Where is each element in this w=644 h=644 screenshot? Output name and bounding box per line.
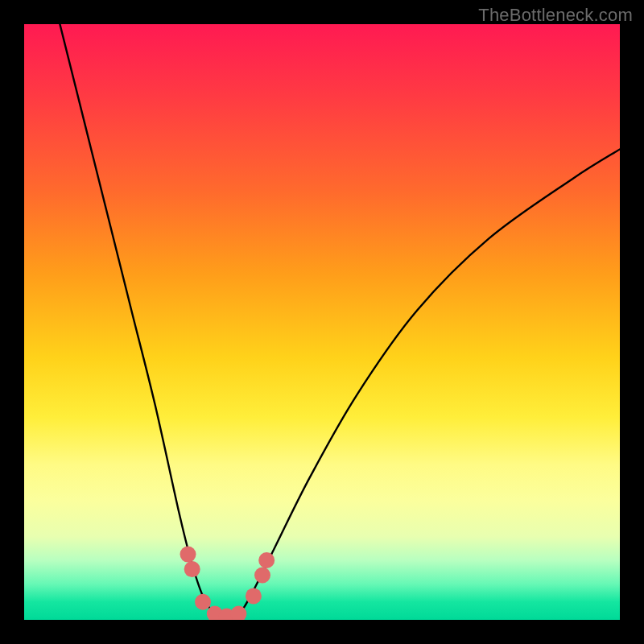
plot-area bbox=[24, 24, 620, 620]
chart-frame: TheBottleneck.com bbox=[0, 0, 644, 644]
marker-dot bbox=[195, 594, 211, 610]
marker-dot bbox=[258, 552, 275, 568]
watermark-text: TheBottleneck.com bbox=[478, 5, 633, 26]
chart-svg bbox=[24, 24, 620, 620]
marker-dot bbox=[254, 568, 270, 584]
marker-dot bbox=[180, 547, 196, 563]
bottleneck-curve bbox=[60, 24, 620, 617]
marker-dot bbox=[246, 588, 262, 604]
marker-dot bbox=[184, 561, 200, 577]
marker-group bbox=[180, 547, 275, 620]
